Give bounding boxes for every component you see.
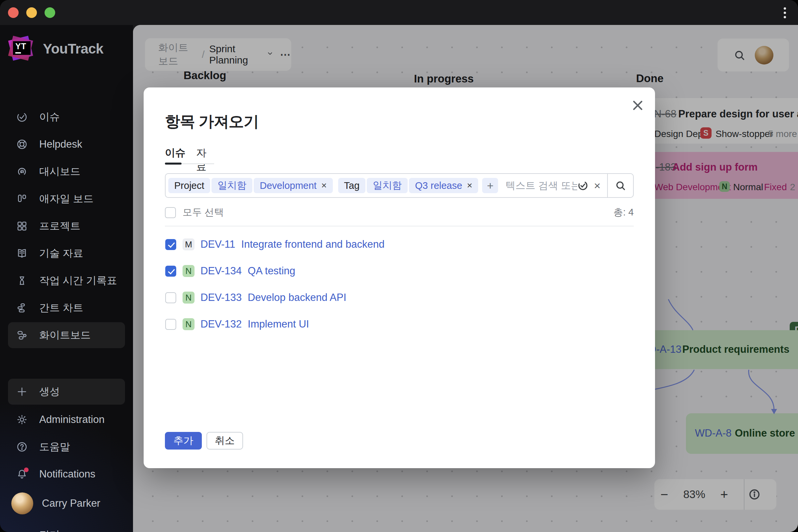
dialog-tabs: 이슈 자료	[165, 146, 214, 166]
tab-issues[interactable]: 이슈	[165, 146, 186, 160]
import-items-dialog: 항목 가져오기 이슈 자료 Project일치함Development×Tag일…	[144, 88, 655, 468]
search-input[interactable]	[506, 180, 577, 191]
whiteboard-icon	[16, 329, 28, 341]
total-count: 총: 4	[613, 206, 634, 219]
select-all-row: 모두 선택 총: 4	[165, 205, 634, 220]
sidebar-item-administration[interactable]: Administration	[8, 407, 125, 433]
sidebar-item-timesheet[interactable]: 작업 시간 기록표	[8, 268, 125, 293]
app-window: YT YouTrack 이슈 Helpdesk 대시보드 애자일 보드 프로젝트…	[0, 0, 798, 532]
sidebar-item-helpdesk[interactable]: Helpdesk	[8, 131, 125, 157]
admin-icon	[16, 414, 28, 425]
sidebar-item-projects[interactable]: 프로젝트	[8, 213, 125, 239]
agile-board-icon	[16, 193, 28, 205]
issue-list: M DEV-11Integrate frontend and backend N…	[165, 231, 634, 338]
issue-checkbox[interactable]	[165, 319, 176, 330]
dialog-title: 항목 가져오기	[165, 111, 634, 132]
sidebar-item-create[interactable]: 생성	[8, 379, 125, 405]
active-tab-indicator	[165, 163, 182, 165]
collapse-icon: «	[16, 528, 28, 532]
bell-icon	[16, 468, 28, 480]
issue-row: N DEV-133Develop backend API	[165, 284, 634, 311]
divider	[165, 226, 634, 226]
notification-badge	[24, 468, 28, 472]
remove-filter-icon[interactable]: ×	[321, 180, 326, 191]
issue-row: N DEV-134QA testing	[165, 258, 634, 284]
dialog-actions: 추가 취소	[165, 432, 243, 450]
cancel-button[interactable]: 취소	[207, 432, 243, 450]
add-button[interactable]: 추가	[165, 432, 202, 450]
resolved-filter-icon[interactable]	[577, 180, 589, 191]
sidebar-item-notifications[interactable]: Notifications	[8, 461, 125, 487]
filter-pill-add[interactable]: +	[482, 178, 498, 193]
issue-type-badge: N	[183, 291, 194, 304]
sidebar-item-dashboard[interactable]: 대시보드	[8, 158, 125, 185]
sidebar-item-collapse[interactable]: « 접기	[8, 522, 125, 532]
issue-checkbox[interactable]	[165, 292, 176, 303]
sidebar-item-help[interactable]: 도움말	[8, 434, 125, 460]
issue-row: M DEV-11Integrate frontend and backend	[165, 231, 634, 258]
issue-link[interactable]: DEV-134QA testing	[201, 265, 295, 277]
kebab-menu-icon[interactable]	[781, 7, 788, 20]
titlebar	[0, 0, 798, 25]
issue-checkbox[interactable]	[165, 239, 176, 250]
helpdesk-icon	[16, 138, 28, 150]
clear-filter-icon[interactable]: ×	[594, 179, 601, 192]
sidebar-item-gantt[interactable]: 간트 차트	[8, 295, 125, 321]
close-icon[interactable]	[631, 99, 644, 112]
logo-text: YouTrack	[43, 41, 103, 57]
issue-link[interactable]: DEV-133Develop backend API	[201, 291, 346, 304]
timesheet-icon	[16, 274, 28, 287]
filter-pill-op[interactable]: 일치함	[367, 178, 407, 193]
issue-link[interactable]: DEV-11Integrate frontend and backend	[201, 239, 384, 250]
issue-link[interactable]: DEV-132Implement UI	[201, 318, 309, 330]
sidebar-item-agile-board[interactable]: 애자일 보드	[8, 186, 125, 212]
issues-icon	[16, 111, 28, 123]
remove-filter-icon[interactable]: ×	[467, 180, 472, 191]
sidebar: YT YouTrack 이슈 Helpdesk 대시보드 애자일 보드 프로젝트…	[0, 25, 133, 532]
youtrack-logo[interactable]: YT YouTrack	[8, 35, 103, 63]
avatar	[11, 492, 33, 514]
youtrack-logo-icon: YT	[8, 35, 34, 63]
sidebar-item-whiteboard[interactable]: 화이트보드	[8, 322, 125, 348]
sidebar-item-profile[interactable]: Carry Parker	[8, 491, 125, 516]
help-icon	[16, 441, 28, 453]
select-all-label: 모두 선택	[183, 206, 224, 219]
sidebar-item-knowledge[interactable]: 기술 자료	[8, 241, 125, 266]
sidebar-item-issues[interactable]: 이슈	[8, 104, 125, 130]
filter-pill-value[interactable]: Q3 release×	[409, 178, 478, 193]
filter-pill-value[interactable]: Development×	[254, 178, 332, 193]
gantt-icon	[16, 302, 28, 314]
issue-type-badge: M	[183, 239, 194, 250]
projects-icon	[16, 220, 28, 232]
issue-row: N DEV-132Implement UI	[165, 311, 634, 338]
select-all-checkbox[interactable]	[165, 207, 176, 218]
search-submit-icon[interactable]	[608, 180, 633, 191]
window-zoom-button[interactable]	[44, 7, 55, 18]
filter-pill-field[interactable]: Tag	[338, 178, 366, 193]
tab-articles[interactable]: 자료	[196, 146, 214, 174]
issue-checkbox[interactable]	[165, 266, 176, 277]
filter-pill-op[interactable]: 일치함	[211, 178, 252, 193]
knowledge-icon	[16, 247, 28, 259]
filter-bar: Project일치함Development×Tag일치함Q3 release×+…	[165, 173, 634, 198]
issue-type-badge: N	[183, 318, 194, 330]
create-icon	[16, 386, 28, 398]
dashboard-icon	[16, 166, 28, 177]
window-minimize-button[interactable]	[26, 7, 37, 18]
filter-pill-field[interactable]: Project	[168, 178, 210, 193]
window-close-button[interactable]	[8, 7, 19, 18]
issue-type-badge: N	[183, 265, 194, 277]
